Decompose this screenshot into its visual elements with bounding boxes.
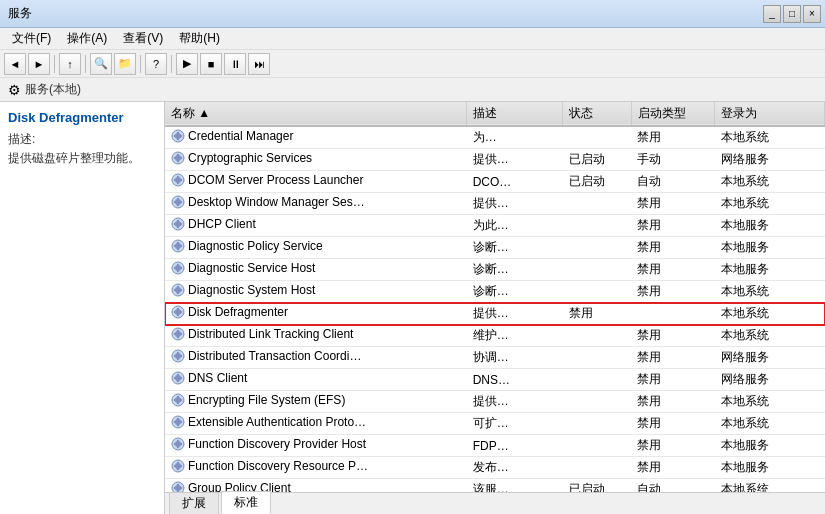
service-login-cell: 本地系统 bbox=[715, 171, 825, 193]
service-login-cell: 网络服务 bbox=[715, 149, 825, 171]
service-desc-cell: 提供… bbox=[467, 193, 563, 215]
folder-button[interactable]: 📁 bbox=[114, 53, 136, 75]
svg-point-101 bbox=[180, 487, 182, 489]
selected-service-name: Disk Defragmenter bbox=[8, 110, 156, 125]
table-row[interactable]: Function Discovery Provider Host FDP…禁用本… bbox=[165, 435, 825, 457]
table-row[interactable]: Distributed Transaction Coordi… 协调…禁用网络服… bbox=[165, 347, 825, 369]
svg-point-39 bbox=[177, 270, 179, 272]
table-row[interactable]: DCOM Server Process Launcher DCO…已启动自动本地… bbox=[165, 171, 825, 193]
svg-point-58 bbox=[174, 333, 176, 335]
service-login-cell: 本地系统 bbox=[715, 281, 825, 303]
table-row[interactable]: Diagnostic System Host 诊断…禁用本地系统 bbox=[165, 281, 825, 303]
bottom-tabs: 扩展 标准 bbox=[165, 492, 825, 514]
service-status-cell bbox=[563, 413, 632, 435]
service-name-cell: Diagnostic Policy Service bbox=[165, 237, 467, 259]
service-desc-cell: 为此… bbox=[467, 215, 563, 237]
service-icon bbox=[171, 437, 185, 451]
service-icon bbox=[171, 393, 185, 407]
service-icon bbox=[171, 173, 185, 187]
menu-action[interactable]: 操作(A) bbox=[59, 28, 115, 49]
table-row[interactable]: DNS Client DNS…禁用网络服务 bbox=[165, 369, 825, 391]
svg-point-21 bbox=[177, 204, 179, 206]
svg-point-44 bbox=[177, 286, 179, 288]
col-header-status[interactable]: 状态 bbox=[563, 102, 632, 126]
service-icon bbox=[171, 217, 185, 231]
table-row[interactable]: DHCP Client 为此…禁用本地服务 bbox=[165, 215, 825, 237]
start-button[interactable]: ▶ bbox=[176, 53, 198, 75]
table-row[interactable]: Group Policy Client 该服…已启动自动本地系统 bbox=[165, 479, 825, 493]
table-row[interactable]: Diagnostic Service Host 诊断…禁用本地服务 bbox=[165, 259, 825, 281]
svg-point-17 bbox=[180, 179, 182, 181]
service-startup-cell: 禁用 bbox=[631, 369, 715, 391]
search-button[interactable]: 🔍 bbox=[90, 53, 112, 75]
service-startup-cell bbox=[631, 303, 715, 325]
service-icon bbox=[171, 327, 185, 341]
svg-point-75 bbox=[177, 402, 179, 404]
svg-point-70 bbox=[174, 377, 176, 379]
svg-point-9 bbox=[177, 160, 179, 162]
desc-label: 描述: bbox=[8, 131, 156, 148]
toolbar: ◄ ► ↑ 🔍 📁 ? ▶ ■ ⏸ ⏭ bbox=[0, 50, 825, 78]
table-row[interactable]: Encrypting File System (EFS) 提供…禁用本地系统 bbox=[165, 391, 825, 413]
service-desc-cell: 提供… bbox=[467, 391, 563, 413]
table-row[interactable]: Distributed Link Tracking Client 维护…禁用本地… bbox=[165, 325, 825, 347]
table-row[interactable]: Cryptographic Services 提供…已启动手动网络服务 bbox=[165, 149, 825, 171]
col-header-name[interactable]: 名称 ▲ bbox=[165, 102, 467, 126]
col-header-desc[interactable]: 描述 bbox=[467, 102, 563, 126]
svg-point-46 bbox=[174, 289, 176, 291]
svg-point-51 bbox=[177, 314, 179, 316]
menu-help[interactable]: 帮助(H) bbox=[171, 28, 228, 49]
table-row[interactable]: Function Discovery Resource P… 发布…禁用本地服务 bbox=[165, 457, 825, 479]
service-status-cell: 已启动 bbox=[563, 171, 632, 193]
col-header-startup[interactable]: 启动类型 bbox=[631, 102, 715, 126]
menu-bar: 文件(F) 操作(A) 查看(V) 帮助(H) bbox=[0, 28, 825, 50]
service-icon bbox=[171, 305, 185, 319]
menu-view[interactable]: 查看(V) bbox=[115, 28, 171, 49]
resume-button[interactable]: ⏭ bbox=[248, 53, 270, 75]
service-name-cell: Function Discovery Provider Host bbox=[165, 435, 467, 457]
services-table-scroll[interactable]: 名称 ▲ 描述 状态 启动类型 登录为 bbox=[165, 102, 825, 492]
service-startup-cell: 禁用 bbox=[631, 457, 715, 479]
service-desc-cell: 协调… bbox=[467, 347, 563, 369]
table-row[interactable]: Credential Manager 为…禁用本地系统 bbox=[165, 126, 825, 149]
svg-point-16 bbox=[174, 179, 176, 181]
service-status-cell bbox=[563, 325, 632, 347]
svg-point-26 bbox=[177, 220, 179, 222]
service-status-cell: 已启动 bbox=[563, 479, 632, 493]
svg-point-45 bbox=[177, 292, 179, 294]
service-startup-cell: 禁用 bbox=[631, 215, 715, 237]
service-desc-cell: 维护… bbox=[467, 325, 563, 347]
service-desc-cell: 诊断… bbox=[467, 281, 563, 303]
svg-point-69 bbox=[177, 380, 179, 382]
stop-button[interactable]: ■ bbox=[200, 53, 222, 75]
forward-button[interactable]: ► bbox=[28, 53, 50, 75]
up-button[interactable]: ↑ bbox=[59, 53, 81, 75]
pause-button[interactable]: ⏸ bbox=[224, 53, 246, 75]
svg-point-8 bbox=[177, 154, 179, 156]
tab-expand[interactable]: 扩展 bbox=[169, 492, 219, 514]
toolbar-sep-4 bbox=[171, 55, 172, 73]
table-row[interactable]: Diagnostic Policy Service 诊断…禁用本地服务 bbox=[165, 237, 825, 259]
close-button[interactable]: × bbox=[803, 5, 821, 23]
service-icon bbox=[171, 195, 185, 209]
minimize-button[interactable]: _ bbox=[763, 5, 781, 23]
help-button[interactable]: ? bbox=[145, 53, 167, 75]
svg-point-87 bbox=[177, 446, 179, 448]
table-row[interactable]: Disk Defragmenter 提供…禁用本地系统 bbox=[165, 303, 825, 325]
table-row[interactable]: Desktop Window Manager Ses… 提供…禁用本地系统 bbox=[165, 193, 825, 215]
back-button[interactable]: ◄ bbox=[4, 53, 26, 75]
menu-file[interactable]: 文件(F) bbox=[4, 28, 59, 49]
col-header-login[interactable]: 登录为 bbox=[715, 102, 825, 126]
service-name-cell: Distributed Link Tracking Client bbox=[165, 325, 467, 347]
svg-point-10 bbox=[174, 157, 176, 159]
service-startup-cell: 禁用 bbox=[631, 413, 715, 435]
svg-point-41 bbox=[180, 267, 182, 269]
table-row[interactable]: Extensible Authentication Proto… 可扩…禁用本地… bbox=[165, 413, 825, 435]
service-name-cell: Diagnostic System Host bbox=[165, 281, 467, 303]
service-name-cell: Encrypting File System (EFS) bbox=[165, 391, 467, 413]
svg-point-88 bbox=[174, 443, 176, 445]
maximize-button[interactable]: □ bbox=[783, 5, 801, 23]
window-title: 服务 bbox=[8, 5, 32, 22]
tab-standard[interactable]: 标准 bbox=[221, 491, 271, 514]
service-name-cell: Cryptographic Services bbox=[165, 149, 467, 171]
